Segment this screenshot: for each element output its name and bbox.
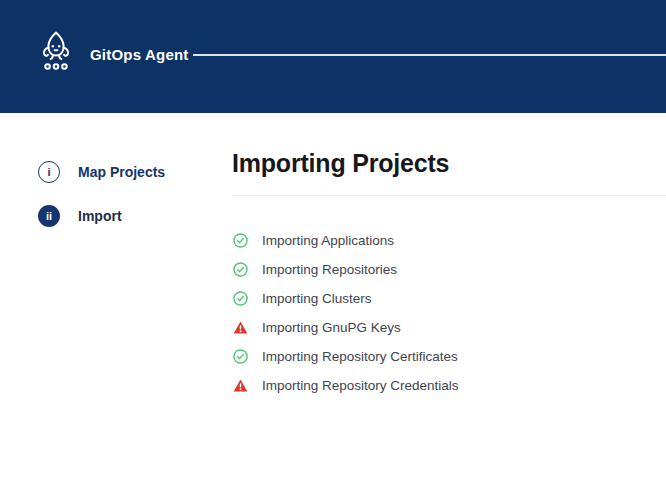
import-status-label: Importing Repository Credentials: [262, 378, 459, 393]
list-item: Importing Clusters: [233, 284, 666, 313]
import-status-label: Importing Repositories: [262, 262, 397, 277]
title-divider: [232, 195, 666, 196]
sidebar-item-label: Map Projects: [78, 164, 165, 180]
check-circle-icon: [233, 262, 248, 277]
argo-octopus-logo-icon: [36, 30, 76, 78]
list-item: Importing GnuPG Keys: [233, 313, 666, 342]
import-status-list: Importing Applications Importing Reposit…: [233, 226, 666, 400]
list-item: Importing Repository Credentials: [233, 371, 666, 400]
app-title: GitOps Agent: [90, 46, 189, 63]
check-circle-icon: [233, 233, 248, 248]
step-numeral-badge: i: [38, 161, 60, 183]
import-status-label: Importing Clusters: [262, 291, 372, 306]
list-item: Importing Repository Certificates: [233, 342, 666, 371]
sidebar-item-map-projects[interactable]: i Map Projects: [38, 161, 218, 183]
check-circle-icon: [233, 291, 248, 306]
step-numeral-badge: ii: [38, 205, 60, 227]
sidebar-item-import[interactable]: ii Import: [38, 205, 218, 227]
main-content: Importing Projects Importing Application…: [232, 0, 666, 483]
import-status-label: Importing GnuPG Keys: [262, 320, 401, 335]
sidebar-item-label: Import: [78, 208, 122, 224]
list-item: Importing Applications: [233, 226, 666, 255]
import-status-label: Importing Applications: [262, 233, 394, 248]
check-circle-icon: [233, 349, 248, 364]
warning-triangle-icon: [233, 320, 248, 335]
import-status-label: Importing Repository Certificates: [262, 349, 458, 364]
wizard-steps-sidebar: i Map Projects ii Import: [38, 161, 218, 249]
list-item: Importing Repositories: [233, 255, 666, 284]
warning-triangle-icon: [233, 378, 248, 393]
page-title: Importing Projects: [232, 149, 449, 178]
